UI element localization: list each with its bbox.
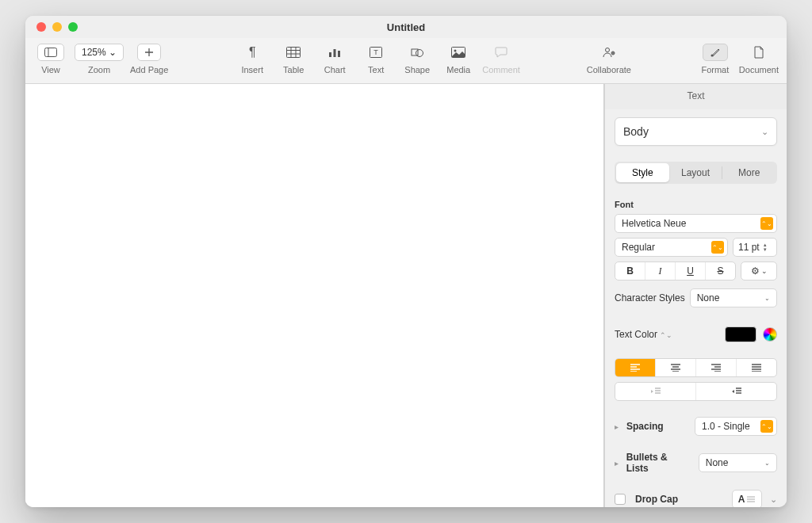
- shape-button[interactable]: Shape: [400, 43, 435, 74]
- svg-point-22: [710, 55, 713, 57]
- chart-button[interactable]: Chart: [317, 43, 352, 74]
- titlebar: Untitled: [25, 16, 787, 38]
- svg-rect-11: [338, 51, 340, 57]
- spacing-label: Spacing: [626, 421, 664, 432]
- font-label: Font: [615, 200, 777, 209]
- chevron-updown-icon: ⌃⌄: [760, 420, 773, 433]
- format-inspector: Text Body ⌄ Style Layout More Font: [604, 84, 787, 507]
- chevron-updown-icon: ⌃⌄: [711, 241, 724, 254]
- textbox-icon: T: [370, 43, 382, 62]
- indent-button[interactable]: [696, 383, 776, 400]
- chevron-down-icon: ⌄: [760, 456, 773, 469]
- italic-button[interactable]: I: [645, 262, 676, 280]
- text-color-swatch[interactable]: [725, 326, 756, 342]
- svg-marker-43: [732, 390, 734, 393]
- add-page-button[interactable]: Add Page: [130, 43, 168, 74]
- align-right-button[interactable]: [696, 359, 737, 376]
- color-wheel-button[interactable]: [763, 327, 777, 342]
- paragraph-style-select[interactable]: Body ⌄: [615, 117, 777, 146]
- font-family-select[interactable]: Helvetica Neue ⌃⌄: [615, 214, 777, 233]
- bullets-select[interactable]: None ⌄: [699, 453, 777, 472]
- inspector-subtabs: Style Layout More: [615, 162, 777, 184]
- table-button[interactable]: Table: [276, 43, 311, 74]
- dropcap-checkbox[interactable]: [615, 494, 626, 505]
- insert-button[interactable]: ¶ Insert: [235, 43, 270, 74]
- toolbar: View 125% ⌄ Zoom Add Page ¶ Insert: [25, 38, 787, 84]
- inspector-tab-text: Text: [605, 84, 787, 109]
- media-button[interactable]: Media: [441, 43, 476, 74]
- font-face-select[interactable]: Regular ⌃⌄: [615, 238, 728, 257]
- svg-rect-9: [329, 52, 331, 57]
- align-center-button[interactable]: [656, 359, 696, 376]
- chevron-down-icon: ⌄: [761, 267, 768, 275]
- disclosure-icon[interactable]: ▸: [615, 422, 619, 431]
- chevron-down-icon: ⌄: [760, 292, 773, 304]
- advanced-options-button[interactable]: ⚙︎⌄: [741, 262, 777, 281]
- svg-text:T: T: [373, 48, 378, 56]
- font-size-stepper[interactable]: 11 pt ▲▼: [733, 238, 777, 257]
- align-justify-button[interactable]: [737, 359, 776, 376]
- comment-button: Comment: [482, 43, 520, 74]
- view-button[interactable]: View: [33, 43, 68, 74]
- character-styles-select[interactable]: None ⌄: [690, 288, 777, 307]
- svg-marker-39: [651, 390, 653, 393]
- svg-point-18: [605, 48, 609, 52]
- tab-more[interactable]: More: [722, 163, 776, 182]
- fullscreen-icon[interactable]: [68, 22, 78, 32]
- minimize-icon[interactable]: [52, 22, 62, 32]
- window-controls: [25, 22, 78, 32]
- chevron-updown-icon: ⌃⌄: [660, 331, 672, 339]
- plus-icon: [137, 44, 161, 61]
- svg-rect-4: [287, 48, 301, 58]
- bullets-label: Bullets & Lists: [626, 452, 689, 474]
- stepper-arrows-icon: ▲▼: [763, 242, 768, 252]
- dropcap-label: Drop Cap: [635, 494, 678, 505]
- dropcap-style-select[interactable]: A: [732, 490, 762, 507]
- gear-icon: ⚙︎: [751, 265, 760, 277]
- window-title: Untitled: [25, 21, 787, 33]
- comment-icon: [495, 43, 508, 62]
- chevron-down-icon: ⌄: [770, 494, 777, 505]
- svg-point-17: [454, 50, 457, 52]
- tab-layout[interactable]: Layout: [669, 163, 722, 182]
- tab-style[interactable]: Style: [616, 163, 669, 182]
- collaborate-icon: [602, 43, 616, 62]
- zoom-button[interactable]: 125% ⌄ Zoom: [75, 43, 124, 74]
- text-button[interactable]: T Text: [358, 43, 393, 74]
- text-color-label: Text Color ⌃⌄: [615, 329, 672, 340]
- svg-rect-10: [334, 49, 336, 57]
- svg-rect-0: [45, 48, 57, 57]
- disclosure-icon[interactable]: ▸: [615, 459, 619, 468]
- outdent-button[interactable]: [615, 383, 696, 400]
- document-icon: [753, 43, 764, 62]
- chevron-updown-icon: ⌃⌄: [760, 217, 773, 230]
- align-left-button[interactable]: [615, 359, 656, 376]
- strikethrough-button[interactable]: S: [706, 262, 735, 280]
- chart-icon: [327, 43, 342, 62]
- character-styles-label: Character Styles: [615, 292, 685, 303]
- table-icon: [286, 43, 301, 62]
- page[interactable]: [25, 84, 604, 507]
- sidebar-icon: [37, 44, 64, 61]
- document-canvas[interactable]: [25, 84, 604, 507]
- pilcrow-icon: ¶: [249, 43, 256, 62]
- shape-icon: [411, 43, 423, 62]
- spacing-select[interactable]: 1.0 - Single ⌃⌄: [695, 417, 777, 436]
- close-icon[interactable]: [36, 22, 46, 32]
- format-button[interactable]: Format: [698, 43, 733, 74]
- bold-button[interactable]: B: [615, 262, 645, 280]
- chevron-down-icon: ⌄: [761, 127, 768, 137]
- document-button[interactable]: Document: [739, 43, 779, 74]
- zoom-value: 125% ⌄: [75, 44, 124, 61]
- media-icon: [451, 43, 465, 62]
- underline-button[interactable]: U: [676, 262, 706, 280]
- collaborate-button[interactable]: Collaborate: [587, 43, 631, 74]
- svg-point-15: [416, 50, 423, 57]
- app-window: Untitled View 125% ⌄ Zoom Add Page: [25, 16, 787, 507]
- brush-icon: [703, 44, 728, 61]
